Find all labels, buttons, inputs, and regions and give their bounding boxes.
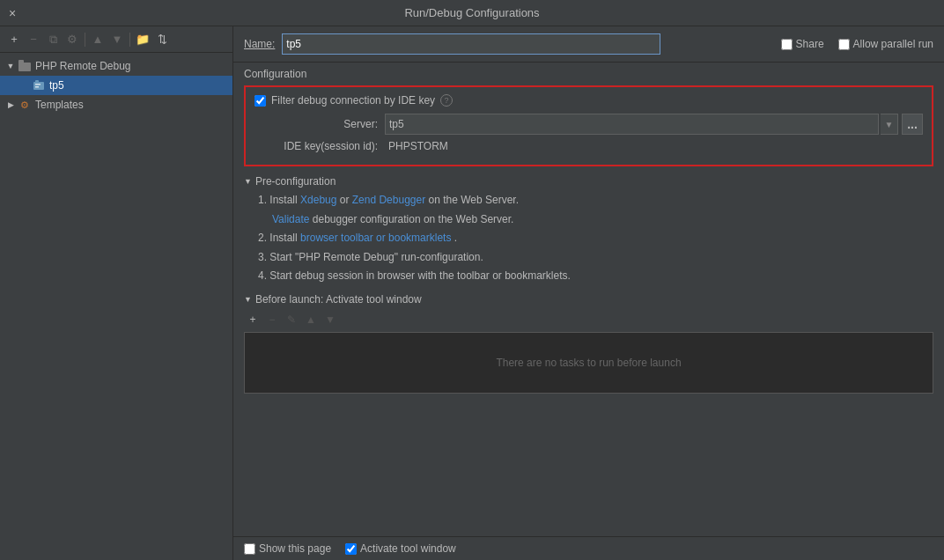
before-launch-edit-button[interactable]: ✎ (283, 311, 300, 328)
validate-link[interactable]: Validate (272, 213, 309, 225)
dialog-title: Run/Debug Configurations (404, 6, 539, 19)
tree-item-tp5[interactable]: tp5 (0, 76, 232, 95)
before-launch-down-button[interactable]: ▼ (321, 311, 339, 328)
templates-expand-arrow: ▶ (4, 98, 18, 112)
svg-rect-1 (35, 80, 39, 83)
down-button[interactable]: ▼ (108, 31, 126, 48)
expand-placeholder (4, 78, 18, 92)
toolbar-divider-2 (129, 33, 130, 47)
no-tasks-text: There are no tasks to run before launch (496, 357, 681, 369)
name-label: Name: (244, 38, 275, 50)
close-button[interactable]: × (9, 6, 16, 20)
step-4: 4. Start debug session in browser with t… (258, 267, 933, 286)
sidebar: + − ⧉ ⚙ ▲ ▼ 📁 ⇅ ▼ PHP Remote Debug (0, 26, 233, 560)
ide-key-label: IDE key(session id): (254, 140, 378, 152)
before-launch-section: ▼ Before launch: Activate tool window + … (233, 290, 944, 536)
debug-config-box: Filter debug connection by IDE key ? Ser… (244, 85, 933, 166)
step-3-text: 3. Start "PHP Remote Debug" run-configur… (258, 251, 483, 263)
share-area: Share Allow parallel run (781, 38, 933, 50)
server-row: Server: tp5 ▼ ... (254, 114, 923, 135)
name-row: Name: Share Allow parallel run (233, 26, 944, 63)
ide-key-row: IDE key(session id): PHPSTORM (254, 140, 923, 152)
share-label: Share (796, 38, 824, 50)
filter-debug-label: Filter debug connection by IDE key (271, 94, 435, 107)
server-input-wrapper: tp5 ▼ ... (385, 114, 923, 135)
expand-arrow-icon: ▼ (4, 59, 18, 73)
template-icon: ⚙ (18, 98, 32, 112)
expand-placeholder-2 (18, 78, 32, 92)
up-button[interactable]: ▲ (89, 31, 107, 48)
settings-button[interactable]: ⚙ (63, 31, 81, 48)
share-checkbox-group[interactable]: Share (781, 38, 824, 50)
xdebug-link[interactable]: Xdebug (300, 194, 336, 206)
activate-tool-label: Activate tool window (360, 542, 456, 555)
step-4-text: 4. Start debug session in browser with t… (258, 269, 571, 282)
svg-rect-0 (33, 82, 44, 90)
config-panel: Name: Share Allow parallel run Configura… (233, 26, 944, 560)
step-1-rest: on the Web Server. (429, 194, 520, 206)
tree-item-php-remote-debug[interactable]: ▼ PHP Remote Debug (0, 56, 232, 76)
collapse-arrow-icon: ▼ (244, 177, 252, 186)
step-validate-rest: debugger configuration on the Web Server… (313, 213, 514, 225)
show-page-checkbox[interactable] (244, 543, 255, 555)
server-label: Server: (254, 118, 378, 130)
tp5-label: tp5 (49, 79, 64, 92)
allow-parallel-checkbox[interactable] (838, 39, 850, 50)
share-checkbox[interactable] (781, 39, 793, 50)
activate-tool-checkbox-group[interactable]: Activate tool window (345, 542, 456, 555)
sidebar-toolbar: + − ⧉ ⚙ ▲ ▼ 📁 ⇅ (0, 26, 232, 53)
show-page-checkbox-group[interactable]: Show this page (244, 542, 331, 555)
configuration-section: Configuration Filter debug connection by… (233, 63, 944, 172)
ide-key-value: PHPSTORM (385, 140, 452, 152)
folder-button[interactable]: 📁 (134, 31, 151, 48)
allow-parallel-label: Allow parallel run (853, 38, 933, 50)
dropdown-arrow-icon[interactable]: ▼ (881, 114, 898, 135)
step-1-or: or (340, 194, 352, 206)
help-icon[interactable]: ? (440, 94, 453, 107)
step-2: 2. Install browser toolbar or bookmarkle… (258, 229, 933, 248)
show-page-label: Show this page (259, 542, 331, 555)
title-bar: × Run/Debug Configurations (0, 0, 944, 26)
before-launch-header[interactable]: ▼ Before launch: Activate tool window (244, 293, 933, 306)
bottom-bar: Show this page Activate tool window (233, 536, 944, 560)
pre-config-header[interactable]: ▼ Pre-configuration (244, 175, 933, 188)
step-2-number: 2. (258, 232, 269, 244)
before-launch-remove-button[interactable]: − (263, 311, 281, 328)
step-3: 3. Start "PHP Remote Debug" run-configur… (258, 248, 933, 268)
allow-parallel-checkbox-group[interactable]: Allow parallel run (838, 38, 933, 50)
section-title: Configuration (244, 68, 933, 80)
config-tree: ▼ PHP Remote Debug (0, 53, 232, 560)
before-launch-arrow-icon: ▼ (244, 295, 252, 304)
toolbar-divider (85, 33, 85, 47)
templates-label: Templates (35, 99, 84, 111)
php-remote-debug-label: PHP Remote Debug (35, 60, 131, 72)
pre-config-title: Pre-configuration (255, 175, 336, 188)
before-launch-toolbar: + − ✎ ▲ ▼ (244, 309, 933, 330)
before-launch-up-button[interactable]: ▲ (302, 311, 320, 328)
svg-rect-2 (35, 84, 41, 85)
step-1-number: 1. (258, 194, 269, 206)
before-launch-title: Before launch: Activate tool window (255, 293, 422, 306)
activate-tool-checkbox[interactable] (345, 543, 357, 555)
launch-tasks-area: There are no tasks to run before launch (244, 332, 933, 394)
php-debug-icon (18, 59, 32, 73)
config-item-icon (32, 78, 46, 92)
ellipsis-button[interactable]: ... (902, 114, 923, 135)
pre-config-section: ▼ Pre-configuration 1. Install Xdebug or… (233, 172, 944, 290)
svg-rect-3 (35, 86, 39, 88)
remove-config-button[interactable]: − (25, 31, 42, 48)
pre-config-steps: 1. Install Xdebug or Zend Debugger on th… (244, 191, 933, 286)
name-input[interactable] (282, 33, 660, 55)
sort-button[interactable]: ⇅ (153, 31, 171, 48)
zend-debugger-link[interactable]: Zend Debugger (352, 194, 425, 206)
before-launch-add-button[interactable]: + (244, 311, 262, 328)
step-1-install: Install (269, 194, 300, 206)
tree-item-templates[interactable]: ▶ ⚙ Templates (0, 95, 232, 114)
step-validate: Validate debugger configuration on the W… (258, 210, 933, 230)
server-select[interactable]: tp5 (385, 114, 879, 135)
browser-toolbar-link[interactable]: browser toolbar or bookmarklets (300, 232, 451, 244)
step-1: 1. Install Xdebug or Zend Debugger on th… (258, 191, 933, 210)
add-config-button[interactable]: + (5, 31, 23, 48)
copy-config-button[interactable]: ⧉ (44, 31, 62, 48)
filter-debug-checkbox[interactable] (254, 95, 266, 107)
